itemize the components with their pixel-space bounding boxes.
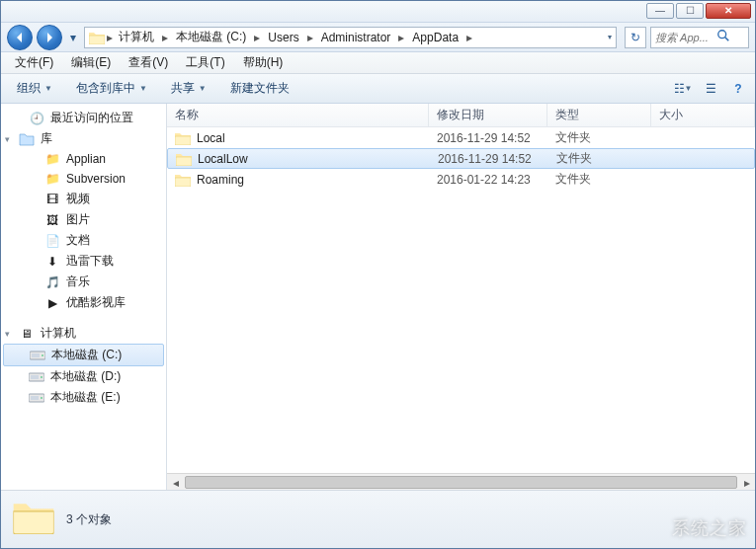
library-item-icon: ▶ — [44, 295, 60, 311]
breadcrumb-sep-icon[interactable]: ▸ — [160, 31, 170, 44]
preview-pane-button[interactable]: ☰ — [700, 78, 721, 100]
column-type[interactable]: 类型 — [547, 104, 651, 126]
address-bar[interactable]: ▸ 计算机▸ 本地磁盘 (C:)▸ Users▸ Administrator▸ … — [84, 27, 617, 48]
scroll-left-icon[interactable]: ◂ — [167, 474, 184, 490]
breadcrumb: 计算机▸ 本地磁盘 (C:)▸ Users▸ Administrator▸ Ap… — [115, 27, 474, 47]
include-in-library-button[interactable]: 包含到库中▼ — [66, 77, 157, 100]
titlebar: — ☐ ✕ — [1, 1, 755, 23]
chevron-down-icon: ▼ — [44, 84, 52, 93]
sidebar-item-drive[interactable]: 本地磁盘 (E:) — [1, 387, 166, 408]
file-list-pane: 名称 修改日期 类型 大小 Local2016-11-29 14:52文件夹Lo… — [167, 104, 755, 490]
search-icon[interactable] — [716, 29, 730, 45]
navigation-pane[interactable]: 🕘 最近访问的位置 ▾ 库 📁Applian📁Subversion🎞视频🖼图片📄… — [1, 104, 167, 490]
minimize-button[interactable]: — — [646, 3, 674, 19]
scrollbar-thumb[interactable] — [185, 476, 737, 489]
file-date: 2016-11-29 14:52 — [429, 131, 547, 145]
status-text: 3 个对象 — [66, 511, 112, 528]
sidebar-item-drive[interactable]: 本地磁盘 (C:) — [3, 344, 164, 366]
library-item-icon: 🎵 — [44, 274, 60, 290]
breadcrumb-part[interactable]: Users — [264, 29, 302, 46]
folder-icon — [175, 172, 191, 188]
sidebar-computer-header[interactable]: ▾ 🖥 计算机 — [1, 323, 166, 344]
library-item-icon: 🖼 — [44, 212, 60, 228]
sidebar-label: 音乐 — [66, 274, 90, 290]
column-date[interactable]: 修改日期 — [429, 104, 547, 126]
breadcrumb-part[interactable]: Administrator — [317, 29, 395, 46]
file-type: 文件夹 — [547, 129, 651, 146]
file-date: 2016-11-29 14:52 — [430, 152, 548, 166]
menu-view[interactable]: 查看(V) — [121, 52, 176, 73]
library-item-icon: ⬇ — [44, 254, 60, 270]
sidebar-item-library[interactable]: 🖼图片 — [1, 209, 166, 230]
breadcrumb-sep-icon[interactable]: ▸ — [105, 31, 115, 44]
sidebar-item-library[interactable]: 📄文档 — [1, 230, 166, 251]
file-row[interactable]: Roaming2016-01-22 14:23文件夹 — [167, 169, 755, 190]
expand-icon[interactable]: ▾ — [5, 329, 10, 339]
scroll-right-icon[interactable]: ▸ — [738, 474, 755, 490]
menu-tools[interactable]: 工具(T) — [178, 52, 232, 73]
sidebar-item-library[interactable]: 📁Applian — [1, 149, 166, 169]
sidebar-label: 计算机 — [41, 325, 76, 342]
refresh-button[interactable]: ↻ — [625, 27, 646, 48]
column-name[interactable]: 名称 — [167, 104, 429, 126]
file-rows[interactable]: Local2016-11-29 14:52文件夹LocalLow2016-11-… — [167, 127, 755, 473]
library-item-icon: 📄 — [44, 233, 60, 249]
sidebar-label: 视频 — [66, 191, 90, 207]
drive-icon — [29, 369, 44, 385]
library-item-icon: 📁 — [44, 171, 60, 187]
sidebar-item-library[interactable]: 📁Subversion — [1, 169, 166, 189]
column-size[interactable]: 大小 — [651, 104, 755, 126]
sidebar-item-library[interactable]: ▶优酷影视库 — [1, 292, 166, 313]
breadcrumb-sep-icon[interactable]: ▸ — [396, 31, 406, 44]
chevron-down-icon: ▼ — [199, 84, 207, 93]
expand-icon[interactable]: ▾ — [5, 134, 10, 144]
back-button[interactable] — [7, 25, 33, 50]
history-dropdown[interactable]: ▾ — [66, 26, 80, 49]
search-input[interactable] — [655, 32, 713, 43]
sidebar-label: 文档 — [66, 232, 90, 249]
menu-help[interactable]: 帮助(H) — [235, 52, 292, 73]
share-button[interactable]: 共享▼ — [161, 77, 216, 100]
breadcrumb-sep-icon[interactable]: ▸ — [252, 31, 262, 44]
sidebar-item-library[interactable]: 🎞视频 — [1, 189, 166, 209]
file-row[interactable]: Local2016-11-29 14:52文件夹 — [167, 127, 755, 148]
file-name: LocalLow — [198, 152, 248, 166]
maximize-button[interactable]: ☐ — [676, 3, 704, 19]
file-row[interactable]: LocalLow2016-11-29 14:52文件夹 — [167, 148, 755, 169]
breadcrumb-sep-icon[interactable]: ▸ — [464, 31, 474, 44]
breadcrumb-part[interactable]: AppData — [408, 29, 462, 46]
menu-edit[interactable]: 编辑(E) — [63, 52, 119, 73]
address-dropdown-icon[interactable]: ▾ — [608, 33, 612, 41]
search-box[interactable] — [650, 27, 749, 48]
sidebar-label: Applian — [66, 152, 106, 166]
sidebar-label: 优酷影视库 — [66, 294, 126, 311]
toolbar: 组织▼ 包含到库中▼ 共享▼ 新建文件夹 ☷ ▼ ☰ ? — [1, 74, 755, 104]
sidebar-label: 最近访问的位置 — [50, 110, 133, 126]
folder-icon — [175, 130, 191, 146]
forward-button[interactable] — [37, 25, 62, 50]
status-bar: 3 个对象 — [1, 491, 755, 548]
menu-file[interactable]: 文件(F) — [7, 52, 61, 73]
chevron-down-icon: ▼ — [139, 84, 147, 93]
file-date: 2016-01-22 14:23 — [429, 173, 547, 187]
library-item-icon: 🎞 — [44, 192, 60, 207]
breadcrumb-part[interactable]: 本地磁盘 (C:) — [172, 27, 250, 47]
sidebar-libraries-header[interactable]: ▾ 库 — [1, 128, 166, 149]
sidebar-item-library[interactable]: 🎵音乐 — [1, 272, 166, 292]
libraries-icon — [19, 131, 35, 147]
library-item-icon: 📁 — [44, 151, 60, 167]
help-button[interactable]: ? — [727, 78, 749, 100]
breadcrumb-sep-icon[interactable]: ▸ — [305, 31, 315, 44]
sidebar-item-library[interactable]: ⬇迅雷下载 — [1, 251, 166, 272]
sidebar-item-recent[interactable]: 🕘 最近访问的位置 — [1, 108, 166, 128]
horizontal-scrollbar[interactable]: ◂ ▸ — [167, 473, 755, 490]
file-name: Roaming — [197, 173, 244, 187]
close-button[interactable]: ✕ — [706, 3, 751, 19]
organize-button[interactable]: 组织▼ — [7, 77, 62, 100]
folder-icon — [13, 499, 54, 540]
breadcrumb-part[interactable]: 计算机 — [115, 27, 158, 47]
new-folder-button[interactable]: 新建文件夹 — [220, 77, 299, 100]
view-options-button[interactable]: ☷ ▼ — [672, 78, 694, 100]
sidebar-label: 本地磁盘 (C:) — [51, 347, 122, 363]
sidebar-item-drive[interactable]: 本地磁盘 (D:) — [1, 366, 166, 387]
